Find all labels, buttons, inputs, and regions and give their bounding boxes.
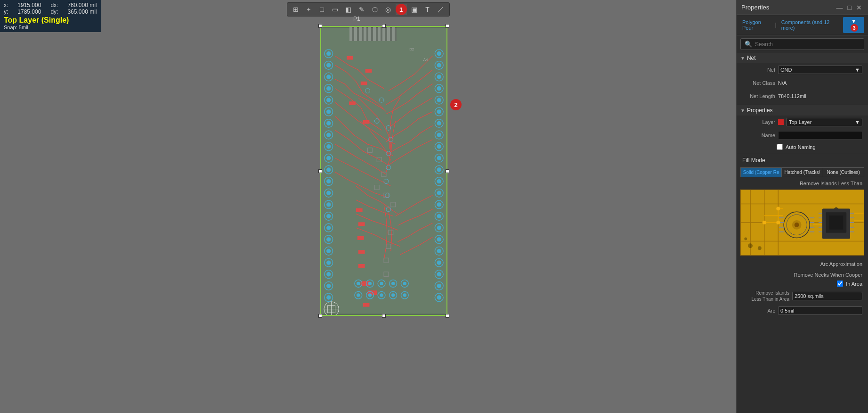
fill-btn-solid[interactable]: Solid (Copper Re	[741, 168, 782, 177]
toolbar-filter-btn[interactable]: ⊞	[290, 4, 301, 15]
svg-point-20	[327, 156, 331, 160]
svg-point-183	[748, 243, 753, 248]
net-dropdown[interactable]: GND ▼	[778, 66, 862, 74]
toolbar-fill-btn[interactable]: ▭	[330, 4, 341, 15]
svg-rect-93	[363, 120, 370, 124]
svg-point-22	[327, 168, 331, 172]
handle-bottom-center[interactable]	[382, 314, 386, 318]
net-collapse-arrow: ▼	[740, 56, 745, 61]
panel-filter-button[interactable]: ▼ 3	[843, 17, 864, 33]
svg-point-50	[437, 75, 441, 79]
in-area-checkbox[interactable]	[837, 281, 843, 287]
net-length-row: Net Length 7840.112mil	[737, 90, 868, 103]
net-length-value: 7840.112mil	[778, 93, 806, 99]
net-dropdown-arrow: ▼	[855, 67, 860, 73]
layer-value: Top Layer	[789, 119, 811, 125]
fill-btn-none[interactable]: None (Outlines)	[823, 168, 864, 177]
svg-point-24	[327, 180, 331, 183]
svg-point-44	[327, 296, 331, 299]
auto-naming-row: Auto Naming	[737, 142, 868, 152]
svg-point-78	[437, 238, 441, 241]
svg-rect-90	[365, 69, 372, 73]
toolbar-text-btn[interactable]: T	[422, 4, 433, 15]
panel-minimize-btn[interactable]: —	[835, 4, 844, 11]
name-label: Name	[742, 132, 775, 138]
dy-label: dy:	[50, 8, 58, 15]
toolbar-hex-btn[interactable]: ⬡	[369, 4, 381, 15]
net-section-label: Net	[747, 55, 756, 61]
svg-point-6	[327, 75, 331, 79]
fill-mode-title: Fill Mode	[737, 154, 868, 165]
layer-row: Layer Top Layer ▼	[737, 116, 868, 129]
svg-point-2	[327, 52, 331, 56]
auto-naming-label: Auto Naming	[786, 144, 816, 150]
panel-restore-btn[interactable]: □	[846, 4, 853, 11]
arc-value-input[interactable]	[778, 306, 862, 315]
arc-label: Arc	[742, 308, 775, 314]
properties-section-header[interactable]: ▼ Properties	[737, 105, 868, 116]
area-value-input[interactable]	[792, 292, 862, 300]
svg-rect-101	[363, 303, 370, 307]
panel-title: Properties	[741, 4, 769, 11]
search-input[interactable]	[755, 41, 860, 48]
net-section-header[interactable]: ▼ Net	[737, 53, 868, 63]
handle-top-right[interactable]	[446, 24, 449, 28]
toolbar-add-btn[interactable]: +	[303, 4, 315, 15]
handle-bottom-right[interactable]	[446, 314, 449, 318]
toolbar-rect-btn[interactable]: □	[316, 4, 328, 15]
toolbar-line-btn[interactable]: ／	[435, 4, 446, 15]
fill-btn-hatched[interactable]: Hatched (Tracks/	[782, 168, 823, 177]
layer-name: Top Layer (Single)	[4, 16, 97, 25]
pcb-board[interactable]: D2 A4	[320, 26, 447, 316]
search-bar: 🔍	[740, 38, 864, 50]
svg-point-48	[437, 63, 441, 67]
properties-collapse-arrow: ▼	[740, 108, 745, 113]
svg-point-181	[776, 221, 780, 224]
toolbar-split-btn[interactable]: ◧	[343, 4, 354, 15]
badge-3: 3	[851, 24, 858, 32]
svg-point-62	[437, 145, 441, 149]
svg-point-70	[437, 191, 441, 195]
pcb-svg: D2 A4	[321, 27, 446, 315]
auto-naming-checkbox[interactable]	[777, 144, 783, 150]
tab-polygon-pour[interactable]: Polygon Pour	[740, 18, 772, 32]
layer-label: Layer	[742, 119, 775, 125]
handle-bottom-left[interactable]	[318, 314, 322, 318]
svg-point-86	[437, 284, 441, 288]
dy-value: 365.000 mil	[67, 8, 97, 15]
handle-mid-right[interactable]	[446, 169, 449, 173]
toolbar-circle-btn[interactable]: ◎	[382, 4, 394, 15]
svg-point-30	[327, 215, 331, 218]
net-length-label: Net Length	[742, 93, 775, 99]
svg-rect-91	[361, 82, 367, 85]
divider-1	[737, 104, 868, 104]
handle-mid-left[interactable]	[318, 169, 322, 173]
svg-rect-96	[357, 236, 364, 240]
svg-point-185	[744, 238, 747, 240]
net-class-row: Net Class N/A	[737, 76, 868, 90]
properties-section-label: Properties	[747, 107, 773, 114]
svg-point-74	[437, 215, 441, 218]
handle-top-left[interactable]	[318, 24, 322, 28]
arc-approx-row: Arc Approximation	[737, 257, 868, 271]
toolbar-group: ⊞ + □ ▭ ◧ ✎ ⬡ ◎ 1 ▣ T ／	[287, 2, 450, 17]
net-class-label: Net Class	[742, 80, 775, 86]
toolbar-badge1-btn[interactable]: 1	[396, 4, 407, 15]
y-label: y:	[4, 8, 8, 15]
svg-point-42	[327, 284, 331, 288]
badge-1-icon: 1	[396, 4, 407, 15]
toolbar-grid-btn[interactable]: ▣	[409, 4, 420, 15]
tab-components[interactable]: Components (and 12 more)	[779, 18, 840, 32]
svg-point-139	[392, 294, 395, 297]
y-value: 1785.000	[17, 8, 41, 15]
svg-point-60	[437, 133, 441, 137]
name-input[interactable]	[778, 131, 862, 140]
toolbar-edit-btn[interactable]: ✎	[356, 4, 367, 15]
svg-point-182	[776, 206, 780, 210]
layer-dropdown[interactable]: Top Layer ▼	[787, 118, 862, 126]
svg-point-64	[437, 156, 441, 160]
svg-rect-98	[358, 264, 365, 268]
handle-top-center[interactable]	[382, 24, 386, 28]
panel-close-btn[interactable]: ✕	[855, 4, 863, 11]
net-label: Net	[742, 67, 775, 73]
